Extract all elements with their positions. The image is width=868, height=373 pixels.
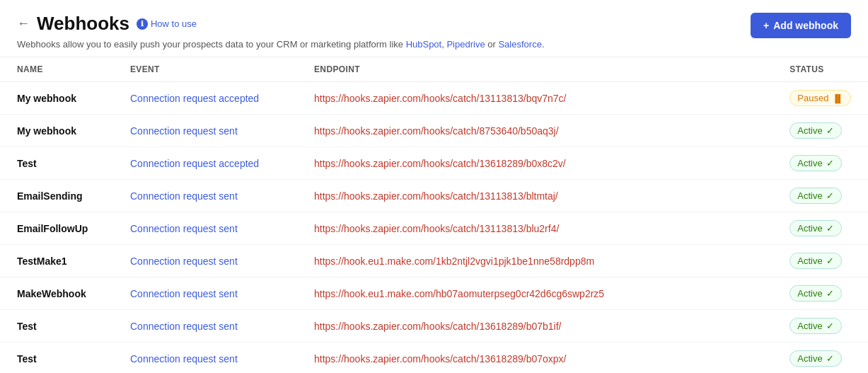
cell-status: Active ✓ — [772, 310, 868, 343]
cell-endpoint[interactable]: https://hooks.zapier.com/hooks/catch/136… — [297, 310, 772, 343]
subtitle: Webhooks allow you to easily push your p… — [17, 39, 545, 50]
webhooks-table: NAME EVENT ENDPOINT STATUS My webhookCon… — [0, 57, 868, 373]
status-label: Paused — [797, 93, 828, 103]
status-label: Active — [797, 256, 822, 266]
cell-endpoint[interactable]: https://hooks.zapier.com/hooks/catch/875… — [297, 115, 772, 147]
cell-event: Connection request sent — [113, 212, 297, 245]
table-row: My webhookConnection request acceptedhtt… — [0, 82, 868, 115]
cell-status: Paused ▐▌ — [772, 82, 868, 115]
col-header-status: STATUS — [772, 57, 868, 82]
check-icon: ✓ — [826, 321, 834, 331]
table-row: TestConnection request senthttps://hooks… — [0, 310, 868, 343]
status-badge: Active ✓ — [789, 318, 841, 334]
cell-event: Connection request sent — [113, 343, 297, 374]
how-to-use-link[interactable]: ℹ How to use — [137, 18, 197, 30]
cell-event: Connection request sent — [113, 180, 297, 212]
table-header-row: NAME EVENT ENDPOINT STATUS — [0, 57, 868, 82]
status-label: Active — [797, 223, 822, 234]
table-row: TestMake1Connection request senthttps://… — [0, 245, 868, 277]
table-row: My webhookConnection request senthttps:/… — [0, 115, 868, 147]
cell-name: EmailFollowUp — [0, 212, 113, 245]
cell-status: Active ✓ — [772, 277, 868, 310]
check-icon: ✓ — [826, 256, 834, 266]
table-row: TestConnection request acceptedhttps://h… — [0, 147, 868, 180]
how-to-use-label: How to use — [151, 18, 197, 29]
cell-name: Test — [0, 147, 113, 180]
cell-status: Active ✓ — [772, 343, 868, 374]
status-label: Active — [797, 190, 822, 201]
cell-endpoint[interactable]: https://hooks.zapier.com/hooks/catch/136… — [297, 147, 772, 180]
page-title: Webhooks — [37, 13, 129, 35]
cell-name: My webhook — [0, 115, 113, 147]
check-icon: ✓ — [826, 158, 834, 168]
cell-event: Connection request sent — [113, 115, 297, 147]
cell-name: Test — [0, 310, 113, 343]
check-icon: ✓ — [826, 288, 834, 299]
info-icon: ℹ — [137, 18, 148, 30]
cell-event: Connection request sent — [113, 277, 297, 310]
status-badge: Active ✓ — [789, 155, 841, 171]
table-row: EmailSendingConnection request senthttps… — [0, 180, 868, 212]
status-label: Active — [797, 288, 822, 299]
back-button[interactable]: ← — [17, 16, 30, 31]
col-header-endpoint: ENDPOINT — [297, 57, 772, 82]
cell-status: Active ✓ — [772, 147, 868, 180]
hubspot-link[interactable]: HubSpot — [406, 39, 442, 50]
status-label: Active — [797, 125, 822, 136]
cell-status: Active ✓ — [772, 212, 868, 245]
status-badge: Paused ▐▌ — [789, 90, 851, 106]
cell-endpoint[interactable]: https://hook.eu1.make.com/hb07aomuterpse… — [297, 277, 772, 310]
table-row: MakeWebhookConnection request senthttps:… — [0, 277, 868, 310]
pipedrive-link[interactable]: Pipedrive — [446, 39, 485, 50]
check-icon: ✓ — [826, 353, 834, 364]
salesforce-link[interactable]: Salesforce — [498, 39, 541, 50]
status-badge: Active ✓ — [789, 285, 841, 302]
cell-status: Active ✓ — [772, 180, 868, 212]
status-badge: Active ✓ — [789, 220, 841, 236]
check-icon: ✓ — [826, 190, 834, 201]
add-webhook-icon: + — [763, 20, 769, 31]
status-label: Active — [797, 158, 822, 168]
status-badge: Active ✓ — [789, 122, 841, 139]
cell-endpoint[interactable]: https://hook.eu1.make.com/1kb2ntjl2vgvi1… — [297, 245, 772, 277]
table-row: TestConnection request senthttps://hooks… — [0, 343, 868, 374]
cell-name: My webhook — [0, 82, 113, 115]
status-badge: Active ✓ — [789, 253, 841, 269]
table-row: EmailFollowUpConnection request senthttp… — [0, 212, 868, 245]
check-icon: ✓ — [826, 125, 834, 136]
cell-endpoint[interactable]: https://hooks.zapier.com/hooks/catch/131… — [297, 180, 772, 212]
cell-status: Active ✓ — [772, 115, 868, 147]
add-webhook-label: Add webhook — [773, 20, 838, 31]
col-header-event: EVENT — [113, 57, 297, 82]
status-label: Active — [797, 353, 822, 364]
add-webhook-button[interactable]: + Add webhook — [751, 13, 851, 38]
col-header-name: NAME — [0, 57, 113, 82]
cell-name: MakeWebhook — [0, 277, 113, 310]
status-badge: Active ✓ — [789, 188, 841, 204]
cell-event: Connection request accepted — [113, 147, 297, 180]
status-label: Active — [797, 321, 822, 331]
status-badge: Active ✓ — [789, 350, 841, 367]
cell-endpoint[interactable]: https://hooks.zapier.com/hooks/catch/131… — [297, 212, 772, 245]
check-icon: ✓ — [826, 223, 834, 234]
cell-name: TestMake1 — [0, 245, 113, 277]
pause-icon: ▐▌ — [832, 94, 843, 103]
cell-name: EmailSending — [0, 180, 113, 212]
cell-event: Connection request accepted — [113, 82, 297, 115]
cell-status: Active ✓ — [772, 245, 868, 277]
back-icon: ← — [17, 16, 30, 31]
cell-event: Connection request sent — [113, 245, 297, 277]
cell-event: Connection request sent — [113, 310, 297, 343]
cell-endpoint[interactable]: https://hooks.zapier.com/hooks/catch/136… — [297, 343, 772, 374]
cell-endpoint[interactable]: https://hooks.zapier.com/hooks/catch/131… — [297, 82, 772, 115]
cell-name: Test — [0, 343, 113, 374]
